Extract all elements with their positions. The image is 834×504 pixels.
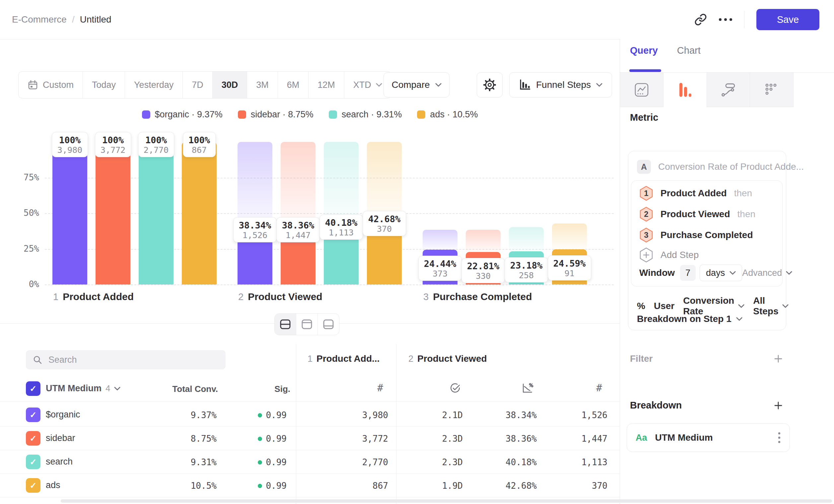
date-range-12m[interactable]: 12M: [309, 72, 344, 98]
total-conv-value: 8.75%: [147, 434, 217, 444]
date-range-6m[interactable]: 6M: [278, 72, 309, 98]
breakdown-column-label: UTM Medium: [46, 383, 102, 394]
funnel-bar-ads-step1[interactable]: [182, 142, 217, 284]
gridline: [45, 284, 614, 285]
sig-dot: [258, 413, 262, 417]
step-number-hexagon: 2: [639, 207, 653, 222]
entity-selector[interactable]: User: [654, 301, 675, 311]
row-checkbox[interactable]: ✓: [26, 455, 41, 469]
total-conv-header[interactable]: Total Conv.: [152, 384, 218, 394]
table-row-organic[interactable]: ✓$organic9.37%0.993,9802.1D38.34%1,526: [0, 403, 620, 427]
date-range-label: 7D: [192, 80, 203, 90]
select-all-checkbox[interactable]: ✓: [26, 381, 41, 396]
sig-dot: [258, 484, 262, 488]
breadcrumb-project[interactable]: E-Commerce: [12, 14, 67, 25]
split-view-icon: [279, 318, 292, 331]
legend-item-sidebar[interactable]: sidebar · 8.75%: [238, 109, 313, 120]
add-filter-icon[interactable]: [773, 354, 783, 364]
table-row-sidebar[interactable]: ✓sidebar8.75%0.993,7722.3D38.36%1,447: [0, 427, 620, 450]
breakdown-property-card[interactable]: Aa UTM Medium: [627, 423, 790, 452]
funnel-bar-sidebar-step1[interactable]: [95, 142, 130, 284]
breakdown-heading: Breakdown: [630, 400, 682, 411]
metric-card: A Conversion Rate of Product Adde... 1Pr…: [628, 151, 786, 330]
query-step-2[interactable]: 2Product Viewedthen: [639, 205, 755, 224]
legend-item-search[interactable]: search · 9.31%: [329, 109, 402, 120]
count-column-icon[interactable]: #: [590, 382, 609, 394]
report-type-retention[interactable]: [750, 73, 793, 107]
funnel-ghost-bar: [552, 224, 587, 249]
compare-button[interactable]: Compare: [383, 72, 449, 97]
y-tick-label: 0%: [9, 279, 39, 289]
add-step-label: Add Step: [660, 250, 699, 260]
kebab-menu-icon[interactable]: [777, 432, 781, 444]
add-breakdown-icon[interactable]: [773, 400, 783, 411]
table-row-search[interactable]: ✓search9.31%0.992,7702.3D40.18%1,113: [0, 450, 620, 474]
date-range-yesterday[interactable]: Yesterday: [125, 72, 183, 98]
legend-item-ads[interactable]: ads · 10.5%: [417, 109, 478, 120]
funnel-ghost-bar: [509, 227, 544, 251]
chart-step-label: 2Product Viewed: [238, 291, 323, 302]
filter-section: Filter: [630, 353, 783, 364]
insights-icon: [634, 82, 649, 97]
legend-swatch: [238, 110, 246, 119]
horizontal-scrollbar[interactable]: [61, 499, 832, 503]
sig-value: 0.99: [237, 457, 287, 467]
date-range-today[interactable]: Today: [83, 72, 125, 98]
legend-item-organic[interactable]: $organic · 9.37%: [142, 109, 223, 120]
chart-type-button[interactable]: Funnel Steps: [509, 72, 612, 97]
table-row-ads[interactable]: ✓ads10.5%0.998671.9D42.68%370: [0, 474, 620, 497]
chart-settings-button[interactable]: [477, 72, 503, 97]
metric-series-row[interactable]: A Conversion Rate of Product Adde...: [637, 160, 804, 174]
layout-toggle-table-view[interactable]: [318, 314, 339, 335]
row-checkbox[interactable]: ✓: [26, 478, 41, 493]
report-type-funnels[interactable]: [663, 73, 707, 107]
active-tab-underline: [629, 69, 661, 72]
entity-label: User: [654, 301, 675, 311]
step-number: 1: [308, 354, 312, 364]
add-step-button[interactable]: Add Step: [639, 246, 699, 264]
bar-value-label: 42.68%370: [363, 211, 407, 236]
avg-time-column-icon[interactable]: [446, 382, 464, 395]
table-header-row: ✓ UTM Medium 4 Total Conv. Sig. # #: [0, 377, 620, 402]
window-unit-select[interactable]: days: [700, 265, 742, 281]
funnel-report-app: E-Commerce / Untitled Save CustomTodayYe…: [0, 0, 834, 504]
layout-toggle-split-view[interactable]: [275, 314, 296, 335]
save-button[interactable]: Save: [756, 9, 819, 30]
date-range-custom[interactable]: Custom: [19, 72, 83, 98]
breakdown-column-header[interactable]: UTM Medium 4: [46, 383, 120, 394]
layout-toggle-chart-view[interactable]: [296, 314, 318, 335]
conv-rate-column-icon[interactable]: [518, 382, 537, 395]
count-column-icon[interactable]: #: [371, 382, 390, 394]
funnel-bar-search-step1[interactable]: [139, 142, 174, 284]
row-name: search: [46, 457, 73, 467]
date-range-picker: CustomTodayYesterday7D30D3M6M12MXTD: [18, 71, 392, 98]
breadcrumb-report-title[interactable]: Untitled: [80, 14, 111, 25]
more-options-icon[interactable]: [719, 18, 732, 21]
query-step-3[interactable]: 3Purchase Completed: [639, 226, 753, 244]
date-range-30d[interactable]: 30D: [213, 72, 247, 98]
bar-value-label: 24.59%91: [548, 255, 592, 280]
scope-selector[interactable]: All Steps: [753, 295, 789, 317]
row-checkbox[interactable]: ✓: [26, 408, 41, 422]
date-range-3m[interactable]: 3M: [247, 72, 278, 98]
step2-conv-rate: 38.34%: [467, 410, 537, 420]
tab-chart[interactable]: Chart: [677, 45, 701, 56]
funnel-bar-organic-step1[interactable]: [52, 142, 87, 284]
date-range-7d[interactable]: 7D: [183, 72, 213, 98]
share-link-icon[interactable]: [694, 13, 707, 26]
query-step-1[interactable]: 1Product Addedthen: [639, 184, 752, 203]
breakdown-on-selector[interactable]: Breakdown on Step 1: [637, 314, 742, 324]
sig-header[interactable]: Sig.: [257, 384, 290, 394]
advanced-toggle[interactable]: Advanced: [742, 268, 792, 278]
report-type-insights[interactable]: [620, 73, 663, 107]
advanced-label: Advanced: [742, 268, 782, 278]
date-range-label: 3M: [256, 80, 269, 90]
search-input[interactable]: [48, 354, 219, 365]
window-value-input[interactable]: 7: [680, 265, 696, 281]
row-checkbox[interactable]: ✓: [26, 431, 41, 445]
tab-query[interactable]: Query: [630, 45, 658, 56]
legend-label: $organic · 9.37%: [155, 109, 223, 120]
legend-swatch: [417, 110, 425, 119]
report-type-flows[interactable]: [707, 73, 750, 107]
step2-conv-rate: 38.36%: [467, 434, 537, 444]
